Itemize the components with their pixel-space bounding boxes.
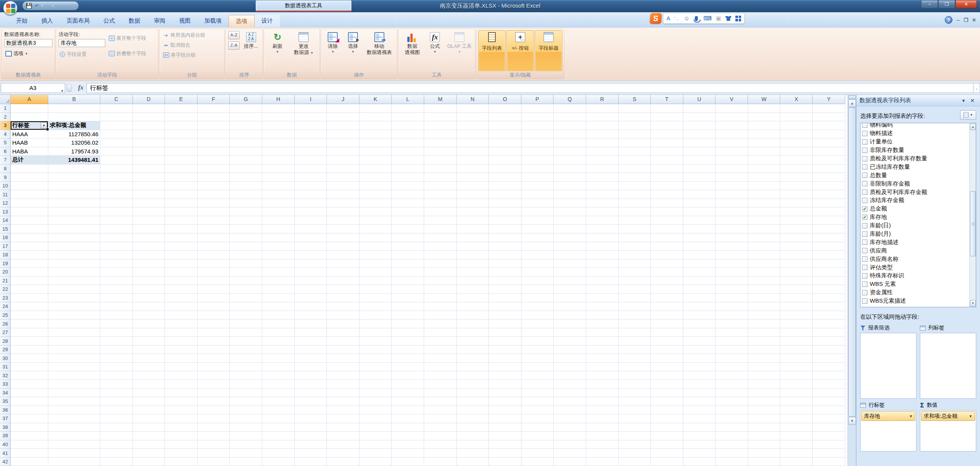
ribbon-tab[interactable]: 数据 <box>122 15 147 27</box>
cell-P39[interactable] <box>521 432 554 440</box>
cell-C9[interactable] <box>100 173 133 182</box>
cell-B27[interactable] <box>48 328 100 337</box>
cell-N14[interactable] <box>457 216 489 225</box>
cell-W28[interactable] <box>748 337 781 345</box>
cell-H42[interactable] <box>262 458 295 466</box>
cell-B4[interactable]: 1127850.46 <box>48 130 100 139</box>
cell-G13[interactable] <box>230 207 262 216</box>
cell-A30[interactable] <box>11 354 48 363</box>
cell-B3[interactable]: 求和项:总金额 <box>48 121 100 130</box>
cell-Q10[interactable] <box>554 182 586 191</box>
cell-J23[interactable] <box>327 294 359 303</box>
cell-O2[interactable] <box>489 113 521 122</box>
cell-L17[interactable] <box>392 242 424 251</box>
cell-X20[interactable] <box>780 268 813 277</box>
cell-K7[interactable] <box>359 156 392 165</box>
cell-G34[interactable] <box>230 389 262 398</box>
cell-D20[interactable] <box>133 268 165 277</box>
cell-R7[interactable] <box>586 156 619 165</box>
cell-X35[interactable] <box>780 397 813 406</box>
cell-X14[interactable] <box>780 216 813 225</box>
scrollbar-split-handle[interactable] <box>848 95 856 99</box>
row-header-21[interactable]: 21 <box>0 277 11 285</box>
cell-M21[interactable] <box>424 277 457 285</box>
cell-G16[interactable] <box>230 233 262 242</box>
cell-O9[interactable] <box>489 173 521 182</box>
field-headers-toggle[interactable]: 字段标题 <box>535 30 562 78</box>
cell-A26[interactable] <box>11 319 48 328</box>
cell-J28[interactable] <box>327 337 359 345</box>
field-list-scroll-up-icon[interactable]: ▲ <box>970 124 976 130</box>
cell-X38[interactable] <box>780 423 813 432</box>
cell-N29[interactable] <box>457 345 489 354</box>
field-checkbox[interactable]: ✓ <box>862 206 867 212</box>
cell-D42[interactable] <box>133 458 165 466</box>
cell-B24[interactable] <box>48 302 100 311</box>
cell-E7[interactable] <box>165 156 198 165</box>
cell-Q34[interactable] <box>554 389 586 398</box>
cell-O19[interactable] <box>489 259 521 268</box>
cell-V5[interactable] <box>715 138 748 147</box>
column-header-L[interactable]: L <box>392 95 424 104</box>
cell-K19[interactable] <box>359 259 392 268</box>
cell-B22[interactable] <box>48 285 100 294</box>
cell-P2[interactable] <box>521 113 554 122</box>
cell-C37[interactable] <box>100 414 133 423</box>
cell-K6[interactable] <box>359 147 392 156</box>
cell-L28[interactable] <box>392 337 424 345</box>
cell-S11[interactable] <box>619 190 651 199</box>
row-header-9[interactable]: 9 <box>0 173 11 182</box>
ribbon-tab[interactable]: 开始 <box>9 15 34 27</box>
row-header-19[interactable]: 19 <box>0 259 11 268</box>
cell-I2[interactable] <box>295 113 327 122</box>
cell-P34[interactable] <box>521 389 554 398</box>
cell-H19[interactable] <box>262 259 295 268</box>
cell-P17[interactable] <box>521 242 554 251</box>
cell-N15[interactable] <box>457 225 489 233</box>
cell-G32[interactable] <box>230 371 262 380</box>
cell-S12[interactable] <box>619 199 651 208</box>
cell-N5[interactable] <box>457 138 489 147</box>
cell-P23[interactable] <box>521 294 554 303</box>
column-header-A[interactable]: A <box>11 95 48 104</box>
cell-T42[interactable] <box>651 458 683 466</box>
cell-Y9[interactable] <box>813 173 845 182</box>
field-list-toggle[interactable]: 字段列表 <box>478 30 506 78</box>
cell-V2[interactable] <box>715 113 748 122</box>
cell-Q5[interactable] <box>554 138 586 147</box>
cell-X22[interactable] <box>780 285 813 294</box>
cell-P41[interactable] <box>521 449 554 458</box>
cell-F22[interactable] <box>198 285 230 294</box>
field-list-scrollbar[interactable]: ▲ ▼ <box>969 123 976 307</box>
field-checkbox[interactable]: ✓ <box>862 215 867 220</box>
cell-D40[interactable] <box>133 440 165 449</box>
cell-I32[interactable] <box>295 371 327 380</box>
cell-E28[interactable] <box>165 337 198 345</box>
cell-T19[interactable] <box>651 259 683 268</box>
cell-R17[interactable] <box>586 242 619 251</box>
cell-W36[interactable] <box>748 406 781 415</box>
cell-V7[interactable] <box>715 156 748 165</box>
cell-C26[interactable] <box>100 319 133 328</box>
row-header-35[interactable]: 35 <box>0 397 11 406</box>
cell-L11[interactable] <box>392 190 424 199</box>
field-checkbox[interactable] <box>862 273 867 279</box>
cell-D7[interactable] <box>133 156 165 165</box>
cell-K17[interactable] <box>359 242 392 251</box>
cell-I10[interactable] <box>295 182 327 191</box>
cell-E39[interactable] <box>165 432 198 440</box>
cell-T21[interactable] <box>651 277 683 285</box>
row-header-1[interactable]: 1 <box>0 104 11 113</box>
cell-V19[interactable] <box>715 259 748 268</box>
cell-B25[interactable] <box>48 311 100 320</box>
cell-P5[interactable] <box>521 138 554 147</box>
cell-P16[interactable] <box>521 233 554 242</box>
cell-W17[interactable] <box>748 242 781 251</box>
cell-P1[interactable] <box>521 104 554 113</box>
cell-R12[interactable] <box>586 199 619 208</box>
cell-J10[interactable] <box>327 182 359 191</box>
cell-N40[interactable] <box>457 440 489 449</box>
cell-M6[interactable] <box>424 147 457 156</box>
cell-C10[interactable] <box>100 182 133 191</box>
cell-J20[interactable] <box>327 268 359 277</box>
